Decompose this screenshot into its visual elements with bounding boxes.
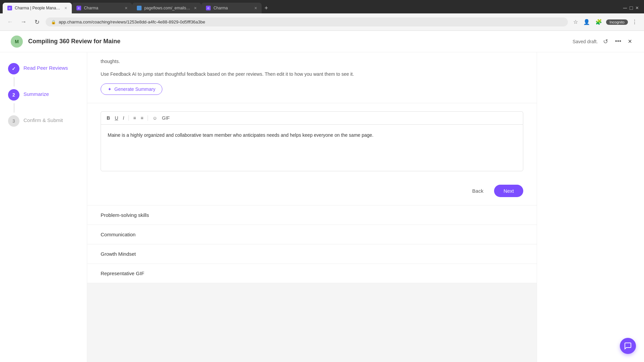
app-close-button[interactable]: × <box>627 36 633 47</box>
back-button[interactable]: Back <box>467 185 489 196</box>
generate-summary-button[interactable]: ✦ Generate Summary <box>101 83 162 95</box>
main-layout: ✓ Read Peer Reviews 2 Summarize 3 Confir… <box>0 52 644 362</box>
sidebar: ✓ Read Peer Reviews 2 Summarize 3 Confir… <box>0 52 87 362</box>
tab-charma-4[interactable]: C Charma × <box>201 3 262 13</box>
tab-favicon-2: C <box>76 6 81 10</box>
generate-btn-label: Generate Summary <box>114 86 155 92</box>
app-content: M Compiling 360 Review for Maine Saved d… <box>0 31 644 362</box>
step-circle-2: 2 <box>8 89 19 101</box>
page-title: Compiling 360 Review for Maine <box>28 38 120 45</box>
step-connector-2 <box>14 103 14 113</box>
sidebar-step-2: 2 Summarize <box>8 89 79 101</box>
generate-icon: ✦ <box>108 86 112 92</box>
tab-close-1[interactable]: × <box>64 5 67 11</box>
intro-text-2: Use Feedback AI to jump start thoughtful… <box>101 70 523 78</box>
next-button[interactable]: Next <box>494 185 523 197</box>
profile-icon[interactable]: 👤 <box>582 17 591 26</box>
app-header: M Compiling 360 Review for Maine Saved d… <box>0 31 644 52</box>
saved-status: Saved draft. <box>573 39 598 44</box>
app-header-left: M Compiling 360 Review for Maine <box>11 36 120 48</box>
chat-bubble-button[interactable] <box>620 338 636 354</box>
tab-charma-1[interactable]: C Charma | People Management S... × <box>3 3 72 13</box>
minimize-button[interactable]: ─ <box>623 5 627 11</box>
section-problem-solving[interactable]: Problem-solving skills <box>87 205 537 225</box>
gif-button[interactable]: GIF <box>160 114 171 122</box>
intro-section: thoughts. Use Feedback AI to jump start … <box>87 52 537 103</box>
tab-close-2[interactable]: × <box>125 5 127 11</box>
browser-tabs: C Charma | People Management S... × C Ch… <box>0 0 644 13</box>
step-circle-3: 3 <box>8 115 19 127</box>
browser-addressbar: ← → ↻ 🔒 app.charma.com/coaching/reviews/… <box>0 13 644 31</box>
app-header-right: Saved draft. ↺ ••• × <box>573 36 633 47</box>
right-panel <box>537 52 644 362</box>
section-label-growth-mindset: Growth Mindset <box>101 251 136 257</box>
tab-label-2: Charma <box>84 6 98 10</box>
section-growth-mindset[interactable]: Growth Mindset <box>87 244 537 264</box>
incognito-badge: Incognito <box>606 19 628 25</box>
step-connector-1 <box>14 77 14 86</box>
tab-label-1: Charma | People Management S... <box>15 6 62 10</box>
bullet-list-button[interactable]: ≡ <box>131 114 138 122</box>
incognito-label: Incognito <box>609 20 625 24</box>
menu-icon[interactable]: ⋮ <box>631 17 639 26</box>
emoji-button[interactable]: ☺ <box>151 114 159 122</box>
lock-icon: 🔒 <box>51 20 56 24</box>
bookmark-icon[interactable]: ☆ <box>572 17 579 26</box>
bold-button[interactable]: B <box>105 114 112 122</box>
section-representative-gif[interactable]: Representative GIF <box>87 264 537 283</box>
section-label-representative-gif: Representative GIF <box>101 270 144 276</box>
tab-charma-2[interactable]: C Charma × <box>72 3 132 13</box>
maximize-button[interactable]: □ <box>630 5 633 11</box>
sidebar-item-confirm-submit[interactable]: Confirm & Submit <box>23 115 63 123</box>
tab-favicon-1: C <box>7 6 12 10</box>
sidebar-item-read-peer-reviews[interactable]: Read Peer Reviews <box>23 63 68 71</box>
address-text: app.charma.com/coaching/reviews/1253e8dd… <box>59 19 205 24</box>
step-number-3: 3 <box>12 118 15 124</box>
sidebar-item-summarize[interactable]: Summarize <box>23 89 49 97</box>
toolbar-separator-1 <box>128 115 129 121</box>
intro-text-1: thoughts. <box>101 58 523 65</box>
avatar-letter: M <box>15 39 19 44</box>
italic-button[interactable]: I <box>121 114 126 122</box>
underline-button[interactable]: U <box>113 114 120 122</box>
tab-pageflows[interactable]: pageflows.com/_emails/_j7fb5... × <box>132 3 201 13</box>
extensions-icon[interactable]: 🧩 <box>594 17 603 26</box>
toolbar-separator-2 <box>148 115 148 121</box>
editor-section: B U I ≡ ≡ ☺ GIF Maine is a highly organi… <box>87 103 537 179</box>
chat-icon <box>624 342 632 350</box>
section-label-problem-solving: Problem-solving skills <box>101 212 149 218</box>
content-area: thoughts. Use Feedback AI to jump start … <box>87 52 537 362</box>
tab-close-3[interactable]: × <box>194 5 197 11</box>
back-nav-button[interactable]: ← <box>5 17 15 27</box>
window-close-button[interactable]: × <box>636 5 639 11</box>
new-tab-button[interactable]: + <box>262 5 271 12</box>
sidebar-step-1: ✓ Read Peer Reviews <box>8 63 79 74</box>
address-bar[interactable]: 🔒 app.charma.com/coaching/reviews/1253e8… <box>46 17 568 26</box>
avatar: M <box>11 36 23 48</box>
editor-body[interactable]: Maine is a highly organized and collabor… <box>101 124 523 171</box>
history-button[interactable]: ↺ <box>602 37 609 47</box>
reload-button[interactable]: ↻ <box>32 17 42 27</box>
browser-toolbar-icons: ☆ 👤 🧩 Incognito ⋮ <box>572 17 639 26</box>
more-options-button[interactable]: ••• <box>613 37 623 46</box>
forward-nav-button[interactable]: → <box>19 17 28 27</box>
editor-content: Maine is a highly organized and collabor… <box>108 132 373 138</box>
tab-close-4[interactable]: × <box>254 5 257 11</box>
ordered-list-button[interactable]: ≡ <box>139 114 145 122</box>
step-circle-1: ✓ <box>8 63 19 74</box>
step-number-2: 2 <box>12 92 15 98</box>
tab-favicon-4: C <box>206 6 211 10</box>
tab-label-3: pageflows.com/_emails/_j7fb5... <box>144 6 191 10</box>
section-label-communication: Communication <box>101 232 136 237</box>
section-communication[interactable]: Communication <box>87 225 537 244</box>
tab-label-4: Charma <box>213 6 228 10</box>
nav-buttons: Back Next <box>87 179 537 205</box>
tab-favicon-3 <box>137 6 142 10</box>
sidebar-step-3: 3 Confirm & Submit <box>8 115 79 127</box>
editor-toolbar: B U I ≡ ≡ ☺ GIF <box>101 111 523 124</box>
